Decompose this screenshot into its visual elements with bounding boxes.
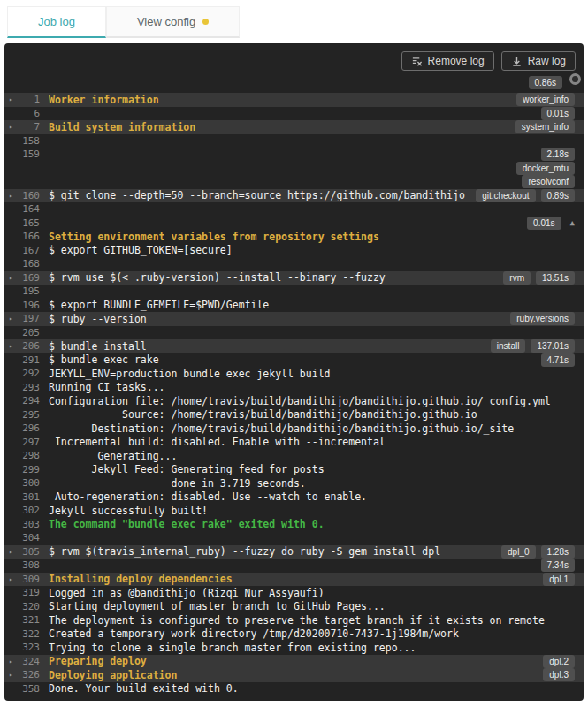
line-number[interactable]: 206 <box>17 340 40 352</box>
config-warning-dot <box>202 19 209 25</box>
line-number[interactable]: 294 <box>17 395 40 407</box>
fold-toggle-icon[interactable]: ▸ <box>4 671 17 679</box>
line-number[interactable]: 302 <box>17 505 40 516</box>
log-text: Destination: /home/travis/build/bandithi… <box>49 422 575 435</box>
log-line: 323Trying to clone a single branch maste… <box>4 641 584 655</box>
log-line: ▸206$ bundle installinstall137.01s <box>4 339 584 354</box>
tab-view-config[interactable]: View config <box>106 6 240 38</box>
line-number[interactable]: 322 <box>17 628 40 640</box>
line-number[interactable]: 7 <box>17 121 40 133</box>
remove-log-button[interactable]: Remove log <box>401 51 494 71</box>
row-badges: dpl_01.28s <box>501 545 584 559</box>
log-line: 322Created a temporary work directory /t… <box>4 627 584 642</box>
log-text: Preparing deploy <box>49 655 543 667</box>
row-badges: 0.01s▲ <box>527 217 584 230</box>
line-number[interactable]: 305 <box>17 546 40 558</box>
fold-toggle-icon[interactable]: ▸ <box>4 95 17 103</box>
line-number[interactable]: 196 <box>17 300 40 311</box>
row-badges: 2.18s <box>541 148 584 161</box>
log-line: 164 <box>4 202 584 217</box>
line-number[interactable]: 320 <box>17 601 40 612</box>
download-icon <box>511 56 523 67</box>
line-number[interactable]: 1 <box>17 94 40 105</box>
log-line: 166Setting environment variables from re… <box>4 230 584 244</box>
row-badges: dpl.3 <box>543 668 584 681</box>
line-number[interactable]: 160 <box>17 190 40 201</box>
line-number[interactable]: 323 <box>17 642 40 653</box>
fold-toggle-icon[interactable]: ▸ <box>4 342 17 350</box>
duration-badge: 0.01s <box>527 217 561 230</box>
line-number[interactable]: 197 <box>17 313 40 324</box>
log-text: Source: /home/travis/build/bandithijo/ba… <box>49 408 575 421</box>
line-number[interactable]: 296 <box>17 422 40 434</box>
log-text: Worker information <box>49 94 516 106</box>
fold-toggle-icon[interactable]: ▸ <box>4 123 17 131</box>
log-line: ▸324Preparing deploydpl.2 <box>4 655 584 669</box>
line-number[interactable]: 166 <box>17 231 40 242</box>
line-number[interactable]: 299 <box>17 464 40 475</box>
line-number[interactable]: 292 <box>17 368 40 379</box>
log-line: 1592.18s <box>4 148 584 162</box>
log-line: 1650.01s▲ <box>4 217 584 231</box>
log-text: $ export BUNDLE_GEMFILE=$PWD/Gemfile <box>49 299 575 311</box>
line-number[interactable]: 158 <box>17 135 40 147</box>
log-line: docker_mtu <box>4 162 584 176</box>
line-number[interactable]: 308 <box>17 559 40 571</box>
line-number[interactable]: 303 <box>17 519 40 530</box>
fold-label-badge: system_info <box>515 120 575 133</box>
log-text: Logged in as @bandithijo (Rizqi Nur Assy… <box>49 587 575 599</box>
log-text: Trying to clone a single branch master f… <box>49 642 575 654</box>
log-line: 296 Destination: /home/travis/build/band… <box>4 422 584 436</box>
fold-toggle-icon[interactable]: ▸ <box>4 315 17 323</box>
line-number[interactable]: 295 <box>17 409 40 421</box>
tab-job-log[interactable]: Job log <box>7 6 106 38</box>
duration-badge: 1.28s <box>541 545 575 559</box>
log-line: 168 <box>4 257 584 271</box>
scroll-to-top-icon[interactable]: ▲ <box>570 218 575 227</box>
line-number[interactable]: 301 <box>17 491 40 503</box>
line-number[interactable]: 321 <box>17 614 40 626</box>
duration-badge: 0.89s <box>541 189 575 202</box>
log-line: 320Starting deployment of master branch … <box>4 600 584 614</box>
line-number[interactable]: 168 <box>17 258 40 270</box>
fold-toggle-icon[interactable]: ▸ <box>4 274 17 282</box>
log-line: 298 Generating... <box>4 449 584 463</box>
row-badges: ruby.versions <box>510 312 584 325</box>
line-number[interactable]: 297 <box>17 437 40 448</box>
fold-label-badge: ruby.versions <box>510 312 575 325</box>
line-number[interactable]: 165 <box>17 217 40 229</box>
line-number[interactable]: 291 <box>17 354 40 366</box>
fold-toggle-icon[interactable]: ▸ <box>4 192 17 200</box>
line-number[interactable]: 326 <box>17 669 40 680</box>
line-number[interactable]: 164 <box>17 203 40 215</box>
log-line: 294Configuration file: /home/travis/buil… <box>4 394 584 408</box>
scroll-knob[interactable] <box>569 73 581 85</box>
line-number[interactable]: 304 <box>17 532 40 544</box>
line-number[interactable]: 205 <box>17 327 40 338</box>
line-number[interactable]: 309 <box>17 574 40 585</box>
line-number[interactable]: 6 <box>17 108 40 119</box>
fold-toggle-icon[interactable]: ▸ <box>4 658 17 665</box>
line-number[interactable]: 293 <box>17 382 40 393</box>
log-line: 292JEKYLL_ENV=production bundle exec jek… <box>4 367 584 381</box>
line-number[interactable]: 195 <box>17 285 40 297</box>
log-line: ▸197$ ruby --versionruby.versions <box>4 312 584 326</box>
raw-log-button[interactable]: Raw log <box>501 51 576 71</box>
fold-toggle-icon[interactable]: ▸ <box>4 548 17 556</box>
log-text: Running CI tasks... <box>49 381 575 393</box>
log-text: $ rvm use $(< .ruby-version) --install -… <box>49 271 503 284</box>
line-number[interactable]: 169 <box>17 272 40 284</box>
line-number[interactable]: 324 <box>17 656 40 667</box>
log-line: 302Jekyll successfully built! <box>4 504 584 518</box>
line-number[interactable]: 300 <box>17 477 40 489</box>
row-badges: system_info <box>515 120 584 133</box>
log-line: 295 Source: /home/travis/build/bandithij… <box>4 408 584 422</box>
line-number[interactable]: 298 <box>17 450 40 461</box>
line-number[interactable]: 319 <box>17 587 40 598</box>
fold-toggle-icon[interactable]: ▸ <box>4 575 17 583</box>
line-number[interactable]: 167 <box>17 245 40 256</box>
row-badges: dpl.2 <box>543 655 584 668</box>
line-number[interactable]: 159 <box>17 148 40 160</box>
line-number[interactable]: 358 <box>17 683 40 695</box>
log-line: 3087.34s <box>4 559 584 573</box>
